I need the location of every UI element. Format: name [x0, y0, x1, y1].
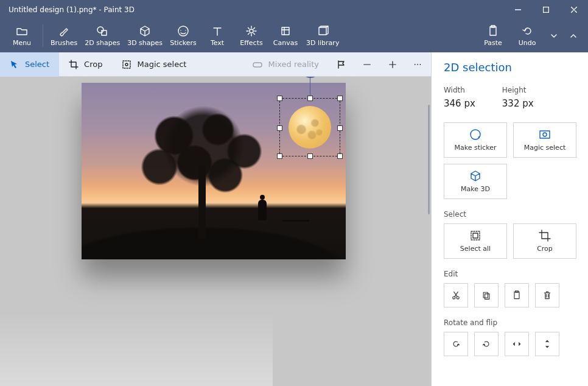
magic-select-label: Magic select — [137, 60, 186, 69]
brushes-label: Brushes — [51, 39, 77, 47]
canvas-image[interactable] — [82, 83, 346, 259]
selection-box[interactable] — [279, 98, 340, 156]
magic-select-tool[interactable]: Magic select — [112, 52, 196, 77]
view-3d-button[interactable] — [329, 52, 354, 77]
shapes3d-icon — [139, 25, 151, 37]
svg-rect-6 — [490, 27, 496, 35]
mixed-reality-tool: Mixed reality — [243, 52, 329, 77]
rotate-handle[interactable] — [301, 77, 320, 78]
paste-panel-button[interactable] — [505, 283, 529, 307]
tree-silhouette — [130, 105, 276, 239]
crop-panel-button[interactable]: Crop — [513, 223, 576, 259]
rotate-left-icon — [451, 339, 461, 349]
cut-button[interactable] — [444, 283, 468, 307]
delete-button[interactable] — [535, 283, 559, 307]
copy-icon — [481, 290, 491, 300]
3d-shapes-label: 3D shapes — [127, 39, 163, 47]
text-label: Text — [211, 39, 224, 47]
maximize-button[interactable] — [532, 0, 560, 19]
undo-more-button[interactable] — [544, 19, 564, 52]
resize-handle-se[interactable] — [337, 153, 343, 159]
bench-silhouette — [282, 220, 309, 222]
canvas-icon — [279, 25, 292, 37]
collapse-ribbon-button[interactable] — [564, 19, 583, 52]
menu-label: Menu — [13, 39, 31, 47]
height-label: Height — [502, 86, 534, 94]
trash-icon — [542, 290, 552, 300]
title-bar: Untitled design (1).png* - Paint 3D — [0, 0, 588, 19]
copy-button[interactable] — [474, 283, 499, 307]
more-icon: ⋯ — [414, 60, 423, 69]
person-silhouette — [258, 200, 267, 220]
separator — [43, 24, 43, 47]
height-block: Height 332 px — [502, 86, 534, 109]
cube-icon — [469, 170, 481, 182]
crop-panel-label: Crop — [537, 245, 553, 253]
magic-select-button[interactable]: Magic select — [513, 122, 576, 158]
close-button[interactable] — [560, 0, 588, 19]
effects-button[interactable]: Effects — [234, 19, 268, 52]
vertical-scrollbar[interactable] — [428, 105, 430, 214]
rotate-right-icon — [481, 339, 491, 349]
canvas-viewport[interactable] — [0, 77, 431, 386]
crop-tool[interactable]: Crop — [59, 52, 112, 77]
select-all-icon — [469, 230, 481, 242]
rotate-right-button[interactable] — [474, 332, 499, 356]
flag-icon — [337, 60, 346, 69]
undo-icon — [521, 25, 533, 37]
plus-icon — [388, 60, 397, 69]
rotate-stem — [310, 78, 310, 96]
rotate-left-button[interactable] — [444, 332, 468, 356]
zoom-out-button[interactable] — [354, 52, 380, 77]
make-3d-label: Make 3D — [461, 185, 490, 193]
make-sticker-button[interactable]: Make sticker — [444, 122, 507, 158]
more-button[interactable]: ⋯ — [405, 52, 431, 77]
flip-horizontal-button[interactable] — [505, 332, 529, 356]
undo-button[interactable]: Undo — [510, 19, 544, 52]
stickers-button[interactable]: Stickers — [166, 19, 200, 52]
menu-button[interactable]: Menu — [5, 19, 39, 52]
resize-handle-e[interactable] — [337, 125, 343, 131]
sticker-icon — [469, 128, 481, 141]
workspace: Select Crop Magic select Mixed reality — [0, 52, 431, 386]
resize-handle-ne[interactable] — [337, 96, 343, 101]
flip-h-icon — [512, 339, 522, 349]
flip-vertical-button[interactable] — [535, 332, 559, 356]
paste-icon — [487, 25, 499, 37]
canvas-button[interactable]: Canvas — [268, 19, 303, 52]
folder-icon — [16, 25, 28, 37]
svg-rect-19 — [485, 294, 489, 300]
resize-handle-n[interactable] — [307, 96, 313, 101]
2d-shapes-button[interactable]: 2D shapes — [81, 19, 124, 52]
select-all-label: Select all — [460, 245, 491, 253]
resize-handle-nw[interactable] — [277, 96, 282, 101]
text-button[interactable]: Text — [200, 19, 234, 52]
paste-button[interactable]: Paste — [476, 19, 510, 52]
svg-point-13 — [543, 133, 547, 136]
resize-handle-sw[interactable] — [277, 153, 282, 159]
svg-point-11 — [471, 130, 480, 139]
svg-rect-14 — [471, 231, 480, 240]
toolbar: Select Crop Magic select Mixed reality — [0, 52, 431, 77]
svg-point-9 — [125, 63, 128, 66]
properties-panel: 2D selection Width 346 px Height 332 px … — [431, 52, 588, 386]
crop-icon — [69, 60, 79, 69]
select-tool[interactable]: Select — [0, 52, 59, 77]
rotate-section-title: Rotate and flip — [444, 318, 577, 327]
select-all-button[interactable]: Select all — [444, 223, 507, 259]
make-3d-button[interactable]: Make 3D — [444, 164, 507, 199]
magic-select-card-icon — [539, 128, 551, 141]
svg-point-4 — [250, 29, 253, 33]
select-label: Select — [25, 60, 49, 69]
3d-shapes-button[interactable]: 3D shapes — [124, 19, 166, 52]
resize-handle-s[interactable] — [307, 153, 313, 159]
height-value: 332 px — [502, 98, 534, 109]
resize-handle-w[interactable] — [277, 125, 282, 131]
paste-panel-icon — [512, 290, 522, 300]
svg-rect-0 — [544, 7, 549, 13]
zoom-in-button[interactable] — [380, 52, 405, 77]
3d-library-button[interactable]: 3D library — [303, 19, 343, 52]
brushes-button[interactable]: Brushes — [47, 19, 81, 52]
minimize-button[interactable] — [504, 0, 532, 19]
stickers-icon — [177, 25, 189, 37]
